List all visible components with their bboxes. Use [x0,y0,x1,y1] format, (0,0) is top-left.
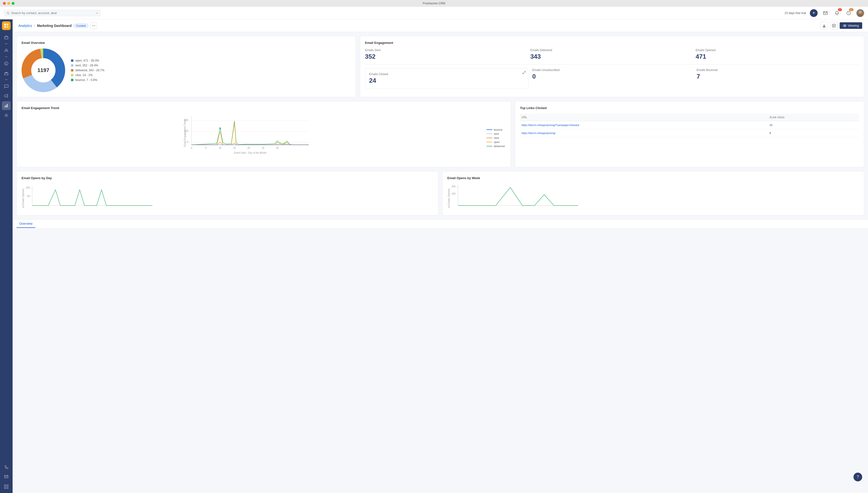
emails-unsubscribed-value: 0 [532,73,695,80]
avatar[interactable] [856,9,864,17]
sidebar-item-analytics[interactable] [2,101,11,110]
sidebar-item-deals[interactable]: $ [2,59,11,68]
sidebar-item-message[interactable] [2,473,11,481]
page-title: Marketing Dashboard [37,24,72,28]
donut-legend-area: 1197 open, 471 - 39.3% sent, 352 - 29.4% [22,48,351,92]
svg-text:30: 30 [276,147,279,149]
legend-line-click [486,138,493,138]
svg-point-0 [7,12,9,14]
more-options-button[interactable] [90,22,97,29]
svg-line-1 [9,14,9,14]
close-btn[interactable] [3,2,6,5]
legend-bounce: bounce [486,128,506,131]
svg-point-7 [858,14,863,17]
viewing-button[interactable]: Viewing [840,22,862,29]
alerts-button[interactable]: 41 [845,9,852,17]
legend-click: click [486,136,506,140]
svg-point-59 [234,123,235,124]
svg-text:0: 0 [191,147,192,149]
maximize-btn[interactable] [12,2,15,5]
notifications-button[interactable]: 2 [833,9,841,17]
email-overview-title: Email Overview [22,41,351,45]
title-bar: Freshworks CRM [0,0,868,7]
svg-rect-8 [4,23,6,25]
sidebar-item-home[interactable] [2,33,11,42]
emails-sent-metric: Emails Sent 352 [365,48,528,60]
engagement-bottom-row: Emails Clicked 24 Emails Unsubscribed 0 … [365,68,859,88]
curated-badge: Curated [74,23,88,28]
svg-point-6 [859,10,862,14]
trend-card: Email Engagement Trend 200 - 100 - 0 - [17,101,511,167]
mail-button[interactable] [822,9,829,17]
email-opens-day-card: Email Opens by Day al Emails Opened 100 … [17,171,438,215]
clicks-cell-1: 16 [768,121,859,129]
emails-delivered-metric: Emails Delivered 343 [530,48,694,60]
sidebar-item-settings[interactable] [2,111,11,120]
viewing-label: Viewing [848,24,859,27]
sidebar-item-contacts[interactable] [2,46,11,55]
emails-opened-value: 471 [695,53,859,60]
legend-label-delivered2: delivered [494,145,505,148]
chevron-down-icon [96,12,98,14]
sidebar-item-accounts[interactable] [2,69,11,78]
top-nav: 15 days free trial + 2 41 [0,7,868,19]
legend-label-bounce: bounce, 7 - 0.6% [75,78,97,82]
add-button[interactable]: + [810,9,818,17]
legend-bounce: bounce, 7 - 0.6% [71,78,105,82]
sidebar-item-chat[interactable] [2,82,11,91]
breadcrumb-bar: Analytics › Marketing Dashboard Curated … [13,19,868,32]
tab-overview[interactable]: Overview [17,220,36,228]
nav-right: 15 days free trial + 2 41 [784,9,864,17]
sidebar-item-apps[interactable] [2,483,11,491]
svg-text:100 -: 100 - [452,192,457,195]
legend-color-click [71,74,73,76]
svg-text:Event Date - Day of the Month: Event Date - Day of the Month [234,151,267,154]
url-cell-1: https://fwcrm.in/toppr/pricing/?campaign… [520,121,768,129]
legend-label-delivered: delivered, 343 - 28.7% [75,69,105,72]
svg-point-60 [220,128,221,129]
search-input[interactable] [11,11,94,15]
emails-opened-metric: Emails Opened 471 [695,48,859,60]
url-column-header: URL [520,114,768,121]
legend-color-delivered [71,69,73,71]
legend-label-click: click, 24 - 2% [75,73,92,77]
play-icon [832,24,836,27]
help-button[interactable]: ? [853,473,862,481]
table-row: https://fwcrm.in/toppr/pricing/?campaign… [520,121,859,129]
alerts-badge: 41 [849,8,853,11]
search-icon [6,12,10,15]
svg-point-35 [844,25,845,26]
legend-label-sent: sent, 352 - 29.4% [75,64,98,67]
bottom-tabs: Overview [13,219,868,228]
svg-text:25: 25 [261,147,265,149]
analytics-breadcrumb[interactable]: Analytics [18,24,32,28]
emails-bounced-label: Emails Bounced [696,68,859,72]
sidebar-dots-1: ••• [5,43,8,45]
top-links-title: Top Links Clicked [520,106,859,110]
sidebar-item-phone[interactable] [2,463,11,472]
svg-rect-17 [5,72,7,73]
export-button[interactable] [820,22,828,29]
emails-delivered-value: 343 [530,53,694,60]
legend-open: open, 471 - 39.3% [71,59,105,62]
emails-delivered-label: Emails Delivered [530,48,694,52]
legend-delivered: delivered, 343 - 28.7% [71,69,105,72]
sidebar-item-campaigns[interactable] [2,92,11,100]
svg-text:15: 15 [233,147,236,149]
expand-icon[interactable] [522,71,526,76]
svg-text:0 -: 0 - [187,141,190,143]
emails-unsubscribed-label: Emails Unsubscribed [532,68,695,72]
legend-color-bounce [71,79,73,81]
engagement-top-grid: Emails Sent 352 Emails Delivered 343 Ema… [365,48,859,60]
chart-legend: open, 471 - 39.3% sent, 352 - 29.4% deli… [71,59,105,82]
window-controls[interactable] [3,2,15,5]
logo-icon [4,23,9,28]
app-logo[interactable] [2,21,11,30]
svg-text:100 -: 100 - [26,186,31,189]
svg-marker-18 [5,94,7,97]
play-button[interactable] [830,22,838,29]
svg-point-29 [92,25,93,26]
search-area[interactable] [4,10,101,16]
minimize-btn[interactable] [7,2,10,5]
clicks-column-header: #Link clicks [768,114,859,121]
